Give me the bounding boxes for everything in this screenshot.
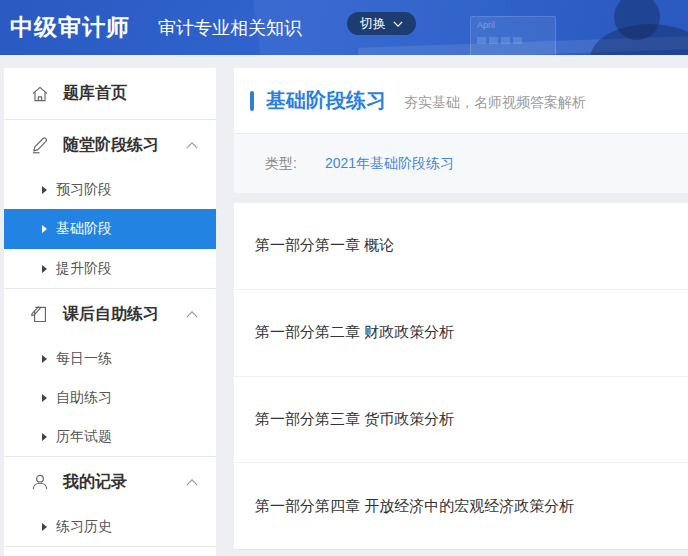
sidebar-item-past-papers[interactable]: 历年试题 bbox=[4, 417, 216, 456]
chapter-list-item[interactable]: 第一部分第二章 财政政策分析 bbox=[234, 289, 688, 376]
sidebar-divider bbox=[4, 546, 216, 547]
chapter-list-item[interactable]: 第一部分第四章 开放经济中的宏观经济政策分析 bbox=[234, 462, 688, 549]
main-panel: 基础阶段练习 夯实基础，名师视频答案解析 类型: 2021年基础阶段练习 第一部… bbox=[234, 68, 688, 556]
subject-title: 审计专业相关知识 bbox=[158, 16, 302, 40]
switch-subject-button[interactable]: 切换 bbox=[347, 12, 416, 35]
sidebar-item-label: 练习历史 bbox=[56, 518, 112, 536]
page-title-row: 基础阶段练习 夯实基础，名师视频答案解析 bbox=[234, 68, 688, 133]
type-filter-row: 类型: 2021年基础阶段练习 bbox=[234, 134, 688, 193]
brand-title: 中级审计师 bbox=[10, 12, 130, 43]
caret-right-icon bbox=[42, 355, 47, 363]
home-icon bbox=[30, 84, 50, 104]
sidebar-group-inclass-practice[interactable]: 随堂阶段练习 bbox=[4, 120, 216, 170]
sidebar-item-improve-stage[interactable]: 提升阶段 bbox=[4, 249, 216, 288]
caret-right-icon bbox=[42, 433, 47, 441]
chevron-up-icon bbox=[186, 479, 198, 486]
page-title: 基础阶段练习 bbox=[266, 87, 386, 114]
header-bg-person-body bbox=[590, 24, 688, 55]
sidebar-item-label: 自助练习 bbox=[56, 389, 112, 407]
header-bg-decor bbox=[253, 0, 687, 55]
sidebar-item-basic-stage[interactable]: 基础阶段 bbox=[4, 209, 216, 249]
sidebar-item-self-practice[interactable]: 自助练习 bbox=[4, 378, 216, 417]
caret-right-icon bbox=[42, 523, 47, 531]
sidebar-group-label: 课后自助练习 bbox=[63, 304, 159, 325]
chapter-list-item[interactable]: 第一部分第三章 货币政策分析 bbox=[234, 376, 688, 463]
page-header-card: 基础阶段练习 夯实基础，名师视频答案解析 类型: 2021年基础阶段练习 bbox=[234, 68, 688, 193]
sidebar-group-selfhelp-practice[interactable]: 课后自助练习 bbox=[4, 289, 216, 339]
sidebar-item-label: 基础阶段 bbox=[56, 220, 112, 238]
header-bg-desk bbox=[358, 36, 688, 55]
caret-right-icon bbox=[42, 394, 47, 402]
pencil-icon bbox=[30, 135, 50, 155]
content-area: 题库首页 随堂阶段练习 预习阶段 基础阶段 提升阶段 bbox=[0, 68, 688, 556]
sidebar-item-daily-practice[interactable]: 每日一练 bbox=[4, 339, 216, 378]
sidebar-item-question-bank-home[interactable]: 题库首页 bbox=[4, 68, 216, 119]
header-bg-person bbox=[614, 0, 660, 40]
sidebar-group-label: 我的记录 bbox=[63, 472, 127, 493]
type-filter-selected-option[interactable]: 2021年基础阶段练习 bbox=[325, 155, 454, 173]
title-accent-bar bbox=[250, 91, 254, 111]
switch-label: 切换 bbox=[360, 15, 386, 33]
chevron-down-icon bbox=[393, 21, 403, 27]
chevron-up-icon bbox=[186, 311, 198, 318]
sidebar-item-label: 历年试题 bbox=[56, 428, 112, 446]
sidebar: 题库首页 随堂阶段练习 预习阶段 基础阶段 提升阶段 bbox=[4, 68, 216, 556]
spacer bbox=[234, 193, 688, 203]
caret-right-icon bbox=[42, 225, 47, 233]
sidebar-item-preview-stage[interactable]: 预习阶段 bbox=[4, 170, 216, 209]
sidebar-item-label: 提升阶段 bbox=[56, 260, 112, 278]
caret-right-icon bbox=[42, 265, 47, 273]
sidebar-group-my-records[interactable]: 我的记录 bbox=[4, 457, 216, 507]
note-pencil-icon bbox=[30, 304, 50, 324]
sidebar-item-practice-history[interactable]: 练习历史 bbox=[4, 507, 216, 546]
sidebar-group-label: 随堂阶段练习 bbox=[63, 135, 159, 156]
chapter-list-item[interactable]: 第一部分第一章 概论 bbox=[234, 203, 688, 289]
chevron-up-icon bbox=[186, 142, 198, 149]
sidebar-item-label: 题库首页 bbox=[63, 83, 127, 104]
person-icon bbox=[30, 472, 50, 492]
sidebar-item-label: 预习阶段 bbox=[56, 181, 112, 199]
header-bg-calendar-text: April bbox=[477, 20, 549, 30]
caret-right-icon bbox=[42, 186, 47, 194]
page-subtitle: 夯实基础，名师视频答案解析 bbox=[404, 89, 586, 112]
chapter-list: 第一部分第一章 概论 第一部分第二章 财政政策分析 第一部分第三章 货币政策分析… bbox=[234, 203, 688, 550]
app-header: April 中级审计师 审计专业相关知识 切换 bbox=[0, 0, 688, 55]
header-bg-calendar: April bbox=[470, 16, 556, 55]
sidebar-item-label: 每日一练 bbox=[56, 350, 112, 368]
type-filter-label: 类型: bbox=[265, 155, 297, 173]
